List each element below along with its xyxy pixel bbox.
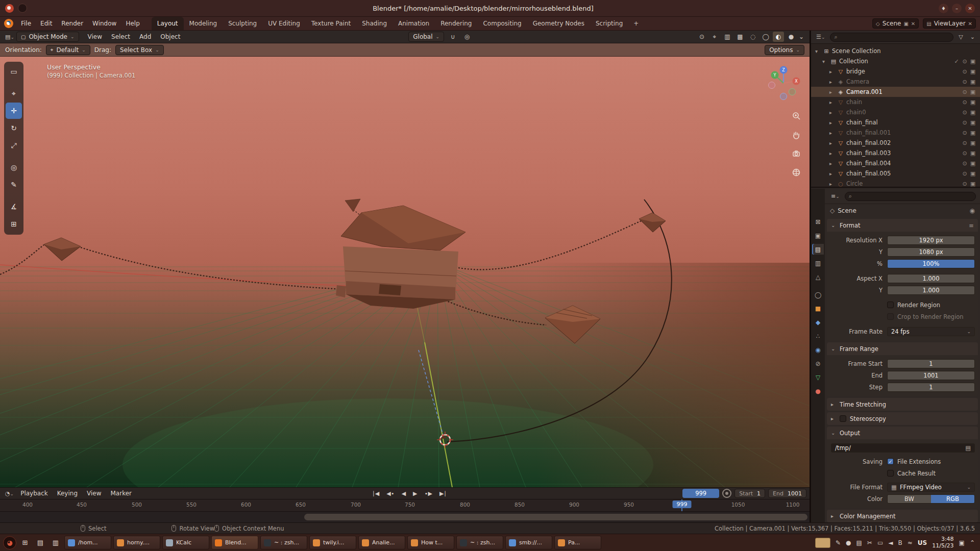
- workspace-tab[interactable]: Animation: [393, 17, 435, 30]
- transport-button[interactable]: ∙▶: [422, 490, 435, 497]
- properties-search-input[interactable]: ⌕: [845, 192, 976, 201]
- viewport-menu-item[interactable]: View: [83, 33, 107, 40]
- folder-browse-icon[interactable]: ▤: [965, 444, 971, 452]
- collapse-arrow-icon[interactable]: ▾: [815, 48, 822, 54]
- properties-tab-icon[interactable]: ▥: [812, 258, 824, 268]
- tool-button[interactable]: ⊞: [6, 216, 22, 232]
- collection-checkbox-icon[interactable]: ✓: [952, 58, 961, 65]
- workspace-tab[interactable]: Texture Paint: [306, 17, 356, 30]
- workspace-tab[interactable]: Compositing: [477, 17, 527, 30]
- outliner-object-row[interactable]: ▸ ▽ chain_final.002 ⊙ ▣: [811, 138, 980, 148]
- workspace-tab[interactable]: Scripting: [590, 17, 628, 30]
- neg-y-axis-ball[interactable]: [789, 89, 796, 95]
- outliner-object-row[interactable]: ▸ ▽ chain_final ⊙ ▣: [811, 117, 980, 128]
- format-section-header[interactable]: ⌄ Format ≡: [827, 219, 978, 232]
- taskbar-window-button[interactable]: KCalc: [162, 536, 209, 549]
- expand-arrow-icon[interactable]: ▸: [829, 171, 837, 177]
- frame-end-prop-field[interactable]: 1001: [887, 371, 975, 380]
- tool-button[interactable]: ▭: [6, 63, 22, 80]
- render-region-checkbox[interactable]: [887, 302, 894, 308]
- transport-button[interactable]: ▶∣: [436, 490, 450, 497]
- expand-arrow-icon[interactable]: ▸: [829, 69, 837, 74]
- proportional-editing-icon[interactable]: ◎: [461, 32, 473, 42]
- tray-icon[interactable]: ▤: [856, 539, 862, 546]
- tray-icon[interactable]: ≈: [908, 539, 913, 546]
- taskbar-window-button[interactable]: twily.i...: [309, 536, 356, 549]
- snap-magnet-icon[interactable]: ∪: [447, 32, 458, 42]
- outliner-object-row[interactable]: ▸ ▽ chain_final.005 ⊙ ▣: [811, 168, 980, 179]
- expand-arrow-icon[interactable]: ▸: [829, 89, 837, 95]
- cache-result-checkbox[interactable]: [887, 470, 894, 477]
- expand-arrow-icon[interactable]: ▸: [829, 79, 837, 85]
- zoom-icon[interactable]: [789, 109, 803, 123]
- new-scene-icon[interactable]: ▣: [903, 21, 908, 27]
- pin-icon[interactable]: ◉: [970, 207, 975, 214]
- hide-eye-icon[interactable]: ⊙: [961, 99, 969, 106]
- properties-tab-icon[interactable]: ▣: [812, 230, 824, 241]
- mode-dropdown[interactable]: ▢ Object Mode ⌄: [16, 32, 79, 42]
- toggle-grid-icon[interactable]: [789, 165, 803, 180]
- pan-hand-icon[interactable]: [789, 128, 803, 142]
- expand-arrow-icon[interactable]: ▸: [829, 151, 837, 156]
- outliner-object-row[interactable]: ▸ ◈ Camera.001 ⊙ ▣: [811, 87, 980, 97]
- outliner-object-row[interactable]: ▸ ▽ chain ⊙ ▣: [811, 97, 980, 107]
- timeline-menu-item[interactable]: Keying: [53, 490, 82, 497]
- hide-eye-icon[interactable]: ⊙: [961, 130, 969, 136]
- expand-arrow-icon[interactable]: ▸: [829, 161, 837, 166]
- tool-button[interactable]: ◎: [6, 159, 22, 176]
- transform-orientation-dropdown[interactable]: Global ⌄: [408, 32, 444, 42]
- close-button[interactable]: ✕: [965, 4, 975, 13]
- 3d-viewport[interactable]: User Perspective (999) Collection | Came…: [0, 57, 810, 487]
- hide-eye-icon[interactable]: ⊙: [961, 58, 969, 65]
- tray-icon[interactable]: ✂: [867, 539, 872, 546]
- outliner-object-row[interactable]: ▸ ▽ bridge ⊙ ▣: [811, 66, 980, 77]
- workspace-tab[interactable]: Shading: [356, 17, 393, 30]
- aspect-x-field[interactable]: 1.000: [887, 274, 975, 283]
- time-stretching-section-header[interactable]: ▸ Time Stretching: [827, 398, 978, 411]
- clock[interactable]: 3:48 11/5/23: [932, 536, 953, 549]
- navigation-gizmo[interactable]: Z Y X: [764, 64, 803, 103]
- expand-arrow-icon[interactable]: ▸: [829, 110, 837, 115]
- tray-icon[interactable]: ✎: [836, 539, 841, 546]
- orientation-setting-dropdown[interactable]: ⌖ Default ⌄: [46, 45, 90, 55]
- neg-z-axis-ball[interactable]: [780, 93, 787, 100]
- collapse-arrow-icon[interactable]: ▾: [822, 59, 829, 64]
- outliner-search-input[interactable]: ⌕: [830, 33, 953, 42]
- workspace-tab[interactable]: Layout: [152, 17, 184, 30]
- output-path-field[interactable]: /tmp/▤: [831, 443, 975, 453]
- properties-tab-icon[interactable]: ▤: [812, 244, 824, 255]
- taskbar-window-button[interactable]: ~ : zsh...: [456, 536, 503, 549]
- panel-presets-icon[interactable]: ≡: [969, 222, 974, 229]
- tray-icon[interactable]: ◄: [888, 539, 893, 546]
- stereoscopy-section-header[interactable]: ▸ Stereoscopy: [827, 412, 978, 425]
- properties-tab-icon[interactable]: ◯: [812, 289, 824, 300]
- neg-x-axis-ball[interactable]: [769, 82, 775, 89]
- outliner-object-row[interactable]: ▸ ▽ chain_final.001 ⊙ ▣: [811, 128, 980, 138]
- outliner-object-row[interactable]: ▸ ▽ chain_final.004 ⊙ ▣: [811, 158, 980, 168]
- scene-collection-row[interactable]: ▾ ⊞ Scene Collection: [811, 46, 980, 56]
- disable-render-icon[interactable]: ▣: [969, 130, 977, 136]
- taskbar-window-button[interactable]: horny....: [113, 536, 160, 549]
- hide-eye-icon[interactable]: ⊙: [961, 68, 969, 75]
- taskbar-window-button[interactable]: How t...: [407, 536, 454, 549]
- color-management-section-header[interactable]: ▸ Color Management: [827, 510, 978, 522]
- file-extensions-checkbox[interactable]: ✓: [887, 458, 894, 465]
- options-dropdown[interactable]: Options ⌄: [765, 45, 804, 55]
- outliner-object-row[interactable]: ▸ ▽ chain_final.003 ⊙ ▣: [811, 148, 980, 158]
- editor-type-icon[interactable]: ▤⌄: [3, 34, 16, 40]
- frame-rate-dropdown[interactable]: 24 fps⌄: [887, 327, 975, 336]
- color-rgb-button[interactable]: RGB: [931, 495, 974, 503]
- tray-icon[interactable]: ●: [846, 539, 851, 546]
- resolution-y-field[interactable]: 1080 px: [887, 247, 975, 257]
- tray-icon[interactable]: B: [898, 539, 902, 546]
- frame-end-field[interactable]: End 1001: [768, 489, 806, 498]
- expand-arrow-icon[interactable]: ▸: [829, 99, 837, 105]
- minimize-button[interactable]: –: [952, 4, 962, 13]
- blender-logo-icon[interactable]: [4, 19, 13, 28]
- expand-arrow-icon[interactable]: ▸: [829, 130, 837, 136]
- disable-render-icon[interactable]: ▣: [969, 79, 977, 85]
- menu-item[interactable]: Help: [121, 17, 144, 30]
- scene-selector[interactable]: ◇ Scene ▣ ✕: [872, 18, 919, 29]
- disable-render-icon[interactable]: ▣: [969, 58, 977, 65]
- unlink-scene-icon[interactable]: ✕: [911, 21, 915, 27]
